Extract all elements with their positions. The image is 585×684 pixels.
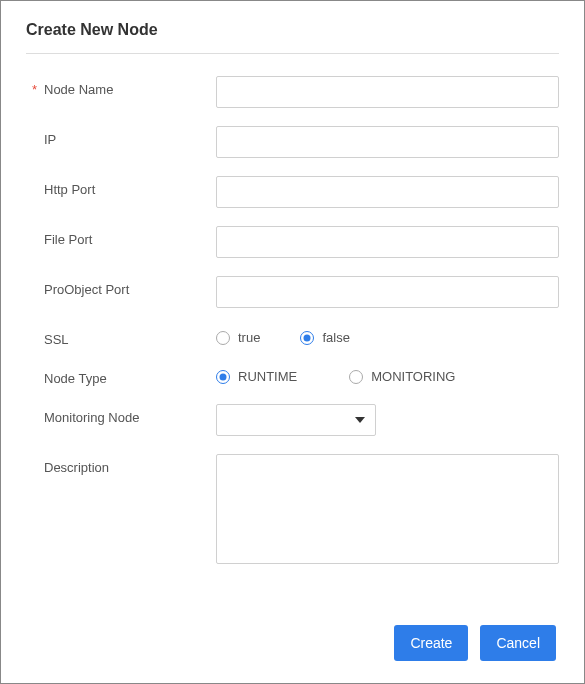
radio-icon [216,370,230,384]
label-monitoring-node-text: Monitoring Node [44,410,139,425]
radio-icon [349,370,363,384]
control-wrap [216,176,559,208]
node-type-monitoring-label: MONITORING [371,369,455,384]
label-ssl: SSL [26,326,216,347]
label-http-port: Http Port [26,176,216,197]
control-wrap: RUNTIME MONITORING [216,365,559,384]
node-type-monitoring-radio[interactable]: MONITORING [349,369,455,384]
caret-down-icon [355,417,365,423]
label-description: Description [26,454,216,475]
monitoring-node-select[interactable] [216,404,376,436]
label-file-port-text: File Port [44,232,92,247]
button-row: Create Cancel [394,625,556,661]
file-port-input[interactable] [216,226,559,258]
control-wrap [216,226,559,258]
description-input[interactable] [216,454,559,564]
create-node-dialog: Create New Node * Node Name IP Http Port… [1,1,584,605]
node-type-runtime-label: RUNTIME [238,369,297,384]
control-wrap [216,454,559,567]
row-proobject-port: ProObject Port [26,276,559,308]
create-button[interactable]: Create [394,625,468,661]
node-type-radio-group: RUNTIME MONITORING [216,365,559,384]
required-star-icon: * [32,82,37,97]
label-proobject-port: ProObject Port [26,276,216,297]
ssl-false-radio[interactable]: false [300,330,349,345]
control-wrap [216,276,559,308]
ssl-true-radio[interactable]: true [216,330,260,345]
row-node-name: * Node Name [26,76,559,108]
label-node-type-text: Node Type [44,371,107,386]
cancel-button[interactable]: Cancel [480,625,556,661]
row-file-port: File Port [26,226,559,258]
label-node-name-text: Node Name [44,82,113,97]
control-wrap [216,76,559,108]
control-wrap: true false [216,326,559,345]
label-description-text: Description [44,460,109,475]
ip-input[interactable] [216,126,559,158]
radio-icon [216,331,230,345]
control-wrap [216,126,559,158]
row-ip: IP [26,126,559,158]
label-node-type: Node Type [26,365,216,386]
row-ssl: SSL true false [26,326,559,347]
row-description: Description [26,454,559,567]
ssl-false-label: false [322,330,349,345]
row-http-port: Http Port [26,176,559,208]
label-http-port-text: Http Port [44,182,95,197]
radio-icon [300,331,314,345]
ssl-radio-group: true false [216,326,559,345]
label-ip-text: IP [44,132,56,147]
ssl-true-label: true [238,330,260,345]
label-monitoring-node: Monitoring Node [26,404,216,425]
label-node-name: * Node Name [26,76,216,97]
proobject-port-input[interactable] [216,276,559,308]
row-monitoring-node: Monitoring Node [26,404,559,436]
http-port-input[interactable] [216,176,559,208]
label-file-port: File Port [26,226,216,247]
dialog-title: Create New Node [26,21,559,54]
control-wrap [216,404,559,436]
row-node-type: Node Type RUNTIME MONITORING [26,365,559,386]
node-name-input[interactable] [216,76,559,108]
label-ip: IP [26,126,216,147]
label-proobject-port-text: ProObject Port [44,282,129,297]
node-type-runtime-radio[interactable]: RUNTIME [216,369,297,384]
label-ssl-text: SSL [44,332,69,347]
